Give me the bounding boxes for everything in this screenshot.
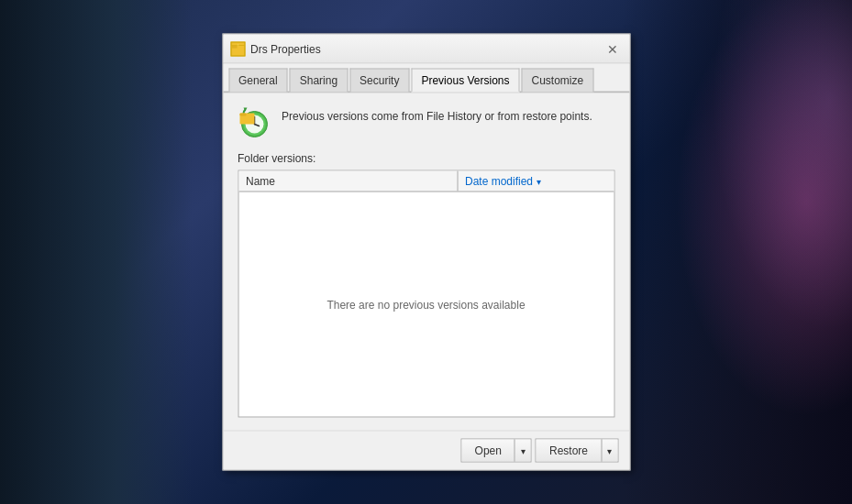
sort-arrow-icon: ▾ xyxy=(537,176,541,186)
dialog-title: Drs Properties xyxy=(250,42,603,55)
tab-bar: General Sharing Security Previous Versio… xyxy=(223,64,629,93)
col-date-header[interactable]: Date modified ▾ xyxy=(458,171,614,192)
open-arrow-button[interactable]: ▾ xyxy=(515,440,531,462)
table-header: Name Date modified ▾ xyxy=(238,171,614,192)
tab-general[interactable]: General xyxy=(228,69,288,93)
dialog-icon xyxy=(230,41,245,56)
versions-table: Name Date modified ▾ There are no previo… xyxy=(238,170,614,418)
info-row: Previous versions come from File History… xyxy=(238,106,614,139)
open-button-group: Open ▾ xyxy=(461,439,532,463)
col-name-header[interactable]: Name xyxy=(238,171,458,192)
restore-button[interactable]: Restore xyxy=(537,440,601,462)
svg-rect-1 xyxy=(231,45,237,48)
tab-customize[interactable]: Customize xyxy=(521,69,593,93)
svg-rect-10 xyxy=(239,114,246,116)
restore-button-group: Restore ▾ xyxy=(536,439,618,463)
tab-sharing[interactable]: Sharing xyxy=(290,69,348,93)
tab-security[interactable]: Security xyxy=(349,69,409,93)
table-body: There are no previous versions available xyxy=(238,192,614,417)
dialog-window: Drs Properties ✕ General Sharing Securit… xyxy=(222,34,630,471)
history-icon xyxy=(238,106,271,139)
open-button[interactable]: Open xyxy=(462,440,515,462)
tab-content: Previous versions come from File History… xyxy=(223,93,629,431)
tab-previous-versions[interactable]: Previous Versions xyxy=(411,69,519,93)
title-bar: Drs Properties ✕ xyxy=(223,35,629,64)
background-right xyxy=(623,0,852,504)
dialog-footer: Open ▾ Restore ▾ xyxy=(223,431,629,470)
folder-versions-label: Folder versions: xyxy=(238,152,614,165)
info-text: Previous versions come from File History… xyxy=(282,106,592,125)
background-left xyxy=(0,0,193,504)
close-button[interactable]: ✕ xyxy=(603,39,622,58)
no-versions-message: There are no previous versions available xyxy=(326,298,525,311)
svg-marker-2 xyxy=(231,43,238,45)
restore-arrow-button[interactable]: ▾ xyxy=(601,440,617,462)
